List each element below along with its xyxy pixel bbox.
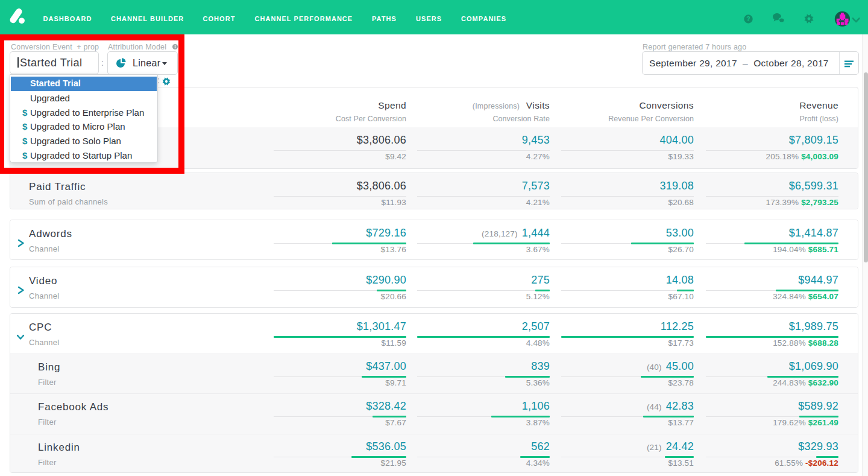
svg-text:?: ? xyxy=(746,15,750,22)
